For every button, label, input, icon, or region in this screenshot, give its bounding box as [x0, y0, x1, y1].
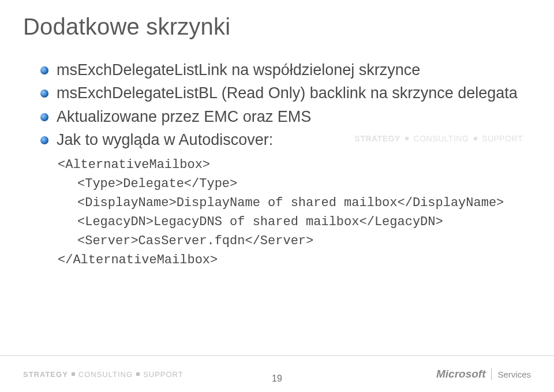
- list-item: Jak to wygląda w Autodiscover:: [40, 129, 531, 150]
- microsoft-logo: Microsoft: [436, 368, 486, 380]
- code-line: </AlternativeMailbox>: [58, 251, 531, 270]
- footer-left: STRATEGY CONSULTING SUPPORT: [23, 370, 184, 379]
- code-line: <Type>Delegate</Type>: [58, 174, 531, 193]
- bullet-text: Jak to wygląda w Autodiscover:: [57, 129, 273, 150]
- code-block: <AlternativeMailbox> <Type>Delegate</Typ…: [23, 155, 531, 270]
- code-line: <AlternativeMailbox>: [58, 155, 531, 174]
- divider-icon: [491, 368, 492, 380]
- footer-right-logo: Microsoft Services: [436, 368, 531, 380]
- bullet-list: msExchDelegateListLink na współdzielonej…: [23, 59, 531, 151]
- footer-word: SUPPORT: [143, 370, 184, 379]
- services-label: Services: [497, 369, 531, 379]
- footer-word: CONSULTING: [78, 370, 133, 379]
- footer: STRATEGY CONSULTING SUPPORT Microsoft Se…: [0, 355, 554, 392]
- bullet-text: msExchDelegateListBL (Read Only) backlin…: [57, 83, 518, 103]
- bullet-icon: [40, 66, 48, 74]
- code-line: <Server>CasServer.fqdn</Server>: [58, 232, 531, 251]
- square-icon: [72, 372, 75, 376]
- code-line: <LegacyDN>LegacyDNS of shared mailbox</L…: [58, 212, 531, 232]
- page-title: Dodatkowe skrzynki: [23, 14, 531, 40]
- page-number: 19: [272, 374, 282, 384]
- footer-word: STRATEGY: [23, 370, 68, 379]
- bullet-icon: [40, 136, 48, 144]
- bullet-icon: [40, 89, 48, 98]
- list-item: Aktualizowane przez EMC oraz EMS: [40, 106, 531, 127]
- bullet-text: Aktualizowane przez EMC oraz EMS: [57, 106, 311, 127]
- bullet-text: msExchDelegateListLink na współdzielonej…: [57, 59, 420, 80]
- square-icon: [136, 372, 140, 376]
- slide: Dodatkowe skrzynki msExchDelegateListLin…: [0, 0, 554, 392]
- code-line: <DisplayName>DisplayName of shared mailb…: [58, 193, 531, 212]
- bullet-icon: [40, 113, 48, 121]
- list-item: msExchDelegateListLink na współdzielonej…: [40, 59, 531, 80]
- list-item: msExchDelegateListBL (Read Only) backlin…: [40, 83, 531, 103]
